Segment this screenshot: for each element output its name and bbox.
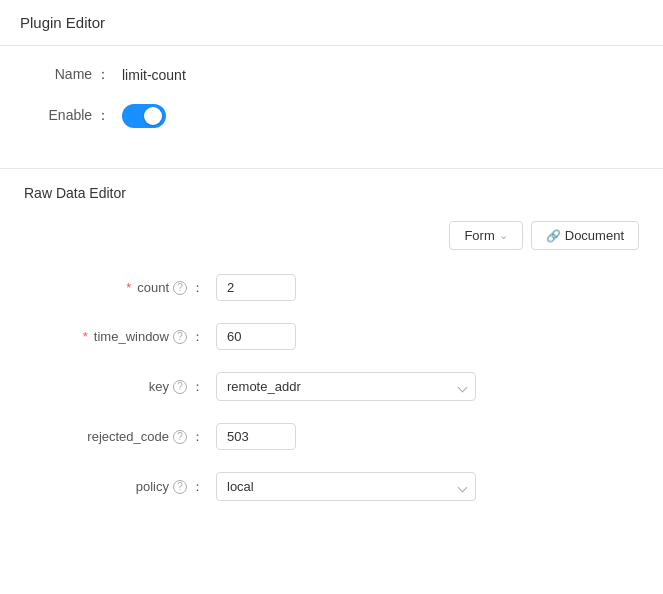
required-star-time: * <box>83 329 88 344</box>
chevron-down-icon: ⌄ <box>499 229 508 242</box>
name-label: Name ： <box>30 66 110 84</box>
time-window-help-icon[interactable]: ? <box>173 330 187 344</box>
form-button-label: Form <box>464 228 494 243</box>
name-field-row: Name ： limit-count <box>30 66 633 84</box>
time-window-label: * time_window ? ： <box>34 328 204 346</box>
page-title: Plugin Editor <box>20 14 105 31</box>
raw-data-header: Raw Data Editor <box>24 185 639 201</box>
link-icon: 🔗 <box>546 229 561 243</box>
key-row: key ? ： remote_addr server_addr consumer… <box>34 372 629 401</box>
count-row: * count ? ： <box>34 274 629 301</box>
toggle-slider <box>122 104 166 128</box>
document-button-label: Document <box>565 228 624 243</box>
enable-toggle[interactable] <box>122 104 166 128</box>
key-help-icon[interactable]: ? <box>173 380 187 394</box>
count-help-icon[interactable]: ? <box>173 281 187 295</box>
rejected-code-row: rejected_code ? ： <box>34 423 629 450</box>
name-value: limit-count <box>122 67 186 83</box>
raw-data-title: Raw Data Editor <box>24 185 126 201</box>
key-select-wrapper: remote_addr server_addr consumer_name se… <box>216 372 476 401</box>
policy-select-wrapper: local redis redis-cluster <box>216 472 476 501</box>
enable-label: Enable ： <box>30 107 110 125</box>
policy-select[interactable]: local redis redis-cluster <box>216 472 476 501</box>
key-label: key ? ： <box>34 378 204 396</box>
document-button[interactable]: 🔗 Document <box>531 221 639 250</box>
rejected-code-label: rejected_code ? ： <box>34 428 204 446</box>
time-window-row: * time_window ? ： <box>34 323 629 350</box>
policy-row: policy ? ： local redis redis-cluster <box>34 472 629 501</box>
policy-help-icon[interactable]: ? <box>173 480 187 494</box>
page-header: Plugin Editor <box>0 0 663 46</box>
key-select[interactable]: remote_addr server_addr consumer_name se… <box>216 372 476 401</box>
toolbar: Form ⌄ 🔗 Document <box>24 221 639 250</box>
raw-data-section: Raw Data Editor Form ⌄ 🔗 Document * coun… <box>0 168 663 547</box>
enable-field-row: Enable ： <box>30 104 633 128</box>
rejected-code-input[interactable] <box>216 423 296 450</box>
time-window-input[interactable] <box>216 323 296 350</box>
form-button[interactable]: Form ⌄ <box>449 221 522 250</box>
rejected-code-help-icon[interactable]: ? <box>173 430 187 444</box>
form-fields: * count ? ： * time_window ? ： key ? ： <box>24 274 639 501</box>
required-star-count: * <box>126 280 131 295</box>
policy-label: policy ? ： <box>34 478 204 496</box>
count-input[interactable] <box>216 274 296 301</box>
count-label: * count ? ： <box>34 279 204 297</box>
